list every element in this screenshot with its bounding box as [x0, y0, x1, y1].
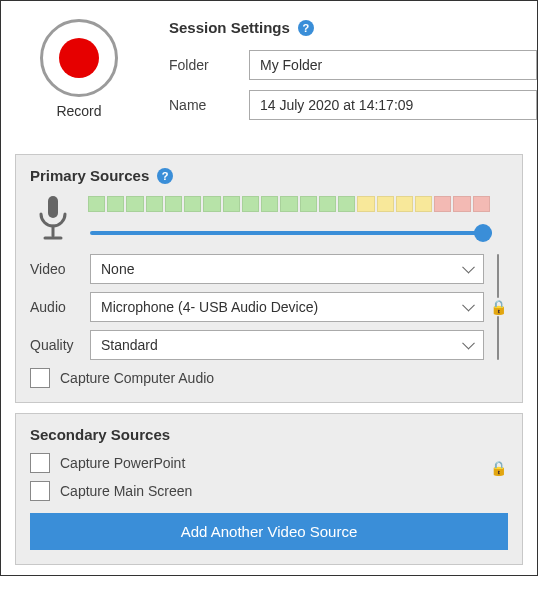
capture-main-screen-row: Capture Main Screen — [30, 481, 484, 501]
meter-segment — [473, 196, 490, 212]
lock-icon: 🔒 — [490, 298, 507, 316]
quality-row: Quality Standard — [30, 330, 484, 360]
header: Record Session Settings ? Folder My Fold… — [1, 1, 537, 148]
meter-segment — [165, 196, 182, 212]
primary-lock-track: 🔒 — [490, 254, 506, 360]
meter-segment — [88, 196, 105, 212]
primary-sources-panel: Primary Sources ? — [15, 154, 523, 403]
folder-select[interactable]: My Folder — [249, 50, 537, 80]
meter-segment — [300, 196, 317, 212]
primary-select-rows: Video None Audio Microphone (4- USB Audi… — [30, 254, 508, 360]
session-settings-title: Session Settings — [169, 19, 290, 36]
volume-slider-wrap — [88, 222, 490, 238]
secondary-sources-title: Secondary Sources — [30, 426, 170, 443]
audio-label: Audio — [30, 299, 90, 315]
meter-segment — [377, 196, 394, 212]
secondary-body: Capture PowerPoint Capture Main Screen 🔒 — [30, 453, 508, 501]
svg-rect-0 — [48, 196, 58, 218]
meter-segment — [396, 196, 413, 212]
microphone-icon — [33, 194, 73, 242]
folder-label: Folder — [169, 57, 249, 73]
capture-computer-audio-checkbox[interactable] — [30, 368, 50, 388]
video-select[interactable]: None — [90, 254, 484, 284]
meter-segment — [338, 196, 355, 212]
record-dot-icon — [59, 38, 99, 78]
secondary-sources-title-row: Secondary Sources — [30, 426, 508, 443]
primary-sources-title: Primary Sources — [30, 167, 149, 184]
capture-main-screen-checkbox[interactable] — [30, 481, 50, 501]
quality-label: Quality — [30, 337, 90, 353]
session-settings: Session Settings ? Folder My Folder Name… — [139, 19, 537, 130]
record-label: Record — [56, 103, 101, 119]
meter-segment — [415, 196, 432, 212]
meter-column — [88, 194, 508, 238]
meter-segment — [242, 196, 259, 212]
meter-segment — [434, 196, 451, 212]
primary-sources-title-row: Primary Sources ? — [30, 167, 508, 184]
meter-segment — [319, 196, 336, 212]
record-column: Record — [19, 19, 139, 130]
mic-row — [30, 194, 508, 242]
name-row: Name 14 July 2020 at 14:17:09 — [169, 90, 537, 120]
video-label: Video — [30, 261, 90, 277]
meter-segment — [261, 196, 278, 212]
meter-segment — [280, 196, 297, 212]
capture-powerpoint-label: Capture PowerPoint — [60, 455, 185, 471]
meter-segment — [203, 196, 220, 212]
recorder-window: Record Session Settings ? Folder My Fold… — [0, 0, 538, 576]
quality-select[interactable]: Standard — [90, 330, 484, 360]
meter-segment — [453, 196, 470, 212]
capture-computer-audio-label: Capture Computer Audio — [60, 370, 214, 386]
mic-icon-wrap — [30, 194, 76, 242]
meter-segment — [107, 196, 124, 212]
audio-select[interactable]: Microphone (4- USB Audio Device) — [90, 292, 484, 322]
meter-segment — [357, 196, 374, 212]
name-input[interactable]: 14 July 2020 at 14:17:09 — [249, 90, 537, 120]
capture-main-screen-label: Capture Main Screen — [60, 483, 192, 499]
volume-slider[interactable] — [90, 231, 492, 235]
track-line — [497, 316, 499, 360]
meter-segment — [146, 196, 163, 212]
add-video-source-button[interactable]: Add Another Video Source — [30, 513, 508, 550]
secondary-sources-panel: Secondary Sources Capture PowerPoint Cap… — [15, 413, 523, 565]
help-icon[interactable]: ? — [298, 20, 314, 36]
meter-segment — [223, 196, 240, 212]
meter-segment — [184, 196, 201, 212]
audio-row: Audio Microphone (4- USB Audio Device) — [30, 292, 484, 322]
record-button[interactable] — [40, 19, 118, 97]
help-icon[interactable]: ? — [157, 168, 173, 184]
video-row: Video None — [30, 254, 484, 284]
lock-icon: 🔒 — [490, 459, 507, 477]
session-settings-title-row: Session Settings ? — [169, 19, 537, 36]
meter-segment — [126, 196, 143, 212]
capture-powerpoint-checkbox[interactable] — [30, 453, 50, 473]
capture-computer-audio-row: Capture Computer Audio — [30, 368, 508, 388]
audio-level-meter — [88, 196, 490, 212]
track-line — [497, 254, 499, 298]
name-label: Name — [169, 97, 249, 113]
folder-row: Folder My Folder — [169, 50, 537, 80]
capture-powerpoint-row: Capture PowerPoint — [30, 453, 484, 473]
